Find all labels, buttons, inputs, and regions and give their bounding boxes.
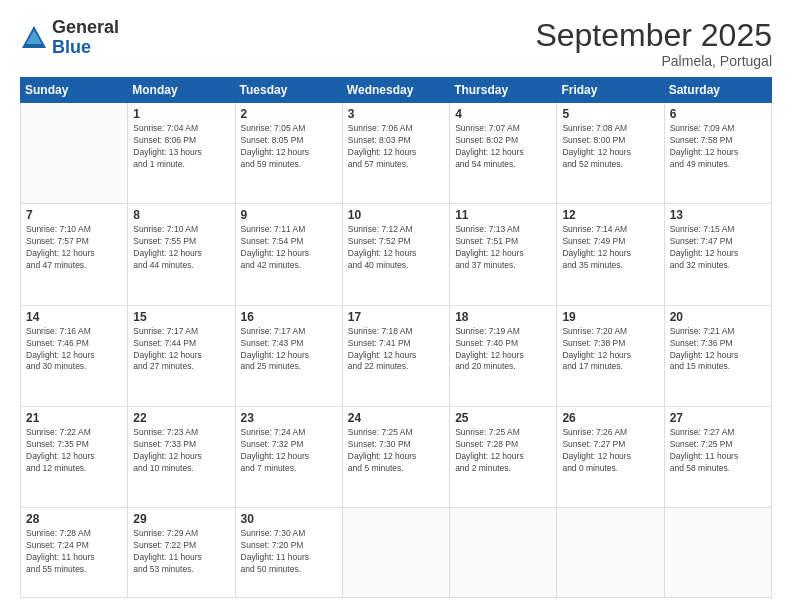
col-tuesday: Tuesday bbox=[235, 78, 342, 103]
day-number: 5 bbox=[562, 107, 658, 121]
table-row: 29Sunrise: 7:29 AM Sunset: 7:22 PM Dayli… bbox=[128, 508, 235, 598]
day-info: Sunrise: 7:23 AM Sunset: 7:33 PM Dayligh… bbox=[133, 427, 229, 475]
day-info: Sunrise: 7:18 AM Sunset: 7:41 PM Dayligh… bbox=[348, 326, 444, 374]
table-row: 23Sunrise: 7:24 AM Sunset: 7:32 PM Dayli… bbox=[235, 407, 342, 508]
table-row: 12Sunrise: 7:14 AM Sunset: 7:49 PM Dayli… bbox=[557, 204, 664, 305]
table-row: 25Sunrise: 7:25 AM Sunset: 7:28 PM Dayli… bbox=[450, 407, 557, 508]
day-info: Sunrise: 7:07 AM Sunset: 8:02 PM Dayligh… bbox=[455, 123, 551, 171]
day-number: 6 bbox=[670, 107, 766, 121]
day-number: 1 bbox=[133, 107, 229, 121]
day-info: Sunrise: 7:19 AM Sunset: 7:40 PM Dayligh… bbox=[455, 326, 551, 374]
day-number: 16 bbox=[241, 310, 337, 324]
day-info: Sunrise: 7:21 AM Sunset: 7:36 PM Dayligh… bbox=[670, 326, 766, 374]
day-info: Sunrise: 7:13 AM Sunset: 7:51 PM Dayligh… bbox=[455, 224, 551, 272]
table-row: 5Sunrise: 7:08 AM Sunset: 8:00 PM Daylig… bbox=[557, 103, 664, 204]
day-number: 26 bbox=[562, 411, 658, 425]
day-info: Sunrise: 7:27 AM Sunset: 7:25 PM Dayligh… bbox=[670, 427, 766, 475]
day-info: Sunrise: 7:29 AM Sunset: 7:22 PM Dayligh… bbox=[133, 528, 229, 576]
day-info: Sunrise: 7:12 AM Sunset: 7:52 PM Dayligh… bbox=[348, 224, 444, 272]
day-number: 9 bbox=[241, 208, 337, 222]
col-sunday: Sunday bbox=[21, 78, 128, 103]
table-row bbox=[21, 103, 128, 204]
day-number: 24 bbox=[348, 411, 444, 425]
title-block: September 2025 Palmela, Portugal bbox=[535, 18, 772, 69]
day-info: Sunrise: 7:10 AM Sunset: 7:55 PM Dayligh… bbox=[133, 224, 229, 272]
day-info: Sunrise: 7:25 AM Sunset: 7:28 PM Dayligh… bbox=[455, 427, 551, 475]
logo: General Blue bbox=[20, 18, 119, 58]
table-row: 28Sunrise: 7:28 AM Sunset: 7:24 PM Dayli… bbox=[21, 508, 128, 598]
table-row bbox=[557, 508, 664, 598]
table-row: 6Sunrise: 7:09 AM Sunset: 7:58 PM Daylig… bbox=[664, 103, 771, 204]
day-info: Sunrise: 7:22 AM Sunset: 7:35 PM Dayligh… bbox=[26, 427, 122, 475]
location: Palmela, Portugal bbox=[535, 53, 772, 69]
day-number: 10 bbox=[348, 208, 444, 222]
day-info: Sunrise: 7:26 AM Sunset: 7:27 PM Dayligh… bbox=[562, 427, 658, 475]
day-number: 18 bbox=[455, 310, 551, 324]
table-row: 21Sunrise: 7:22 AM Sunset: 7:35 PM Dayli… bbox=[21, 407, 128, 508]
logo-general: General bbox=[52, 18, 119, 38]
table-row: 30Sunrise: 7:30 AM Sunset: 7:20 PM Dayli… bbox=[235, 508, 342, 598]
day-info: Sunrise: 7:08 AM Sunset: 8:00 PM Dayligh… bbox=[562, 123, 658, 171]
day-info: Sunrise: 7:16 AM Sunset: 7:46 PM Dayligh… bbox=[26, 326, 122, 374]
table-row: 7Sunrise: 7:10 AM Sunset: 7:57 PM Daylig… bbox=[21, 204, 128, 305]
day-number: 28 bbox=[26, 512, 122, 526]
table-row bbox=[664, 508, 771, 598]
day-info: Sunrise: 7:10 AM Sunset: 7:57 PM Dayligh… bbox=[26, 224, 122, 272]
day-number: 29 bbox=[133, 512, 229, 526]
day-number: 22 bbox=[133, 411, 229, 425]
day-info: Sunrise: 7:04 AM Sunset: 8:06 PM Dayligh… bbox=[133, 123, 229, 171]
logo-text: General Blue bbox=[52, 18, 119, 58]
table-row bbox=[342, 508, 449, 598]
day-number: 15 bbox=[133, 310, 229, 324]
day-info: Sunrise: 7:28 AM Sunset: 7:24 PM Dayligh… bbox=[26, 528, 122, 576]
day-info: Sunrise: 7:24 AM Sunset: 7:32 PM Dayligh… bbox=[241, 427, 337, 475]
day-info: Sunrise: 7:05 AM Sunset: 8:05 PM Dayligh… bbox=[241, 123, 337, 171]
day-number: 4 bbox=[455, 107, 551, 121]
table-row: 4Sunrise: 7:07 AM Sunset: 8:02 PM Daylig… bbox=[450, 103, 557, 204]
page: General Blue September 2025 Palmela, Por… bbox=[0, 0, 792, 612]
day-number: 11 bbox=[455, 208, 551, 222]
table-row: 27Sunrise: 7:27 AM Sunset: 7:25 PM Dayli… bbox=[664, 407, 771, 508]
calendar-table: Sunday Monday Tuesday Wednesday Thursday… bbox=[20, 77, 772, 598]
table-row: 19Sunrise: 7:20 AM Sunset: 7:38 PM Dayli… bbox=[557, 305, 664, 406]
table-row bbox=[450, 508, 557, 598]
day-info: Sunrise: 7:06 AM Sunset: 8:03 PM Dayligh… bbox=[348, 123, 444, 171]
day-number: 23 bbox=[241, 411, 337, 425]
day-number: 8 bbox=[133, 208, 229, 222]
table-row: 14Sunrise: 7:16 AM Sunset: 7:46 PM Dayli… bbox=[21, 305, 128, 406]
table-row: 24Sunrise: 7:25 AM Sunset: 7:30 PM Dayli… bbox=[342, 407, 449, 508]
day-number: 12 bbox=[562, 208, 658, 222]
day-number: 13 bbox=[670, 208, 766, 222]
day-info: Sunrise: 7:20 AM Sunset: 7:38 PM Dayligh… bbox=[562, 326, 658, 374]
table-row: 26Sunrise: 7:26 AM Sunset: 7:27 PM Dayli… bbox=[557, 407, 664, 508]
col-monday: Monday bbox=[128, 78, 235, 103]
table-row: 2Sunrise: 7:05 AM Sunset: 8:05 PM Daylig… bbox=[235, 103, 342, 204]
day-number: 20 bbox=[670, 310, 766, 324]
table-row: 13Sunrise: 7:15 AM Sunset: 7:47 PM Dayli… bbox=[664, 204, 771, 305]
month-title: September 2025 bbox=[535, 18, 772, 53]
day-number: 21 bbox=[26, 411, 122, 425]
day-info: Sunrise: 7:30 AM Sunset: 7:20 PM Dayligh… bbox=[241, 528, 337, 576]
table-row: 9Sunrise: 7:11 AM Sunset: 7:54 PM Daylig… bbox=[235, 204, 342, 305]
table-row: 11Sunrise: 7:13 AM Sunset: 7:51 PM Dayli… bbox=[450, 204, 557, 305]
table-row: 17Sunrise: 7:18 AM Sunset: 7:41 PM Dayli… bbox=[342, 305, 449, 406]
col-thursday: Thursday bbox=[450, 78, 557, 103]
logo-blue: Blue bbox=[52, 38, 119, 58]
day-info: Sunrise: 7:17 AM Sunset: 7:43 PM Dayligh… bbox=[241, 326, 337, 374]
table-row: 16Sunrise: 7:17 AM Sunset: 7:43 PM Dayli… bbox=[235, 305, 342, 406]
day-info: Sunrise: 7:09 AM Sunset: 7:58 PM Dayligh… bbox=[670, 123, 766, 171]
table-row: 3Sunrise: 7:06 AM Sunset: 8:03 PM Daylig… bbox=[342, 103, 449, 204]
col-friday: Friday bbox=[557, 78, 664, 103]
day-info: Sunrise: 7:25 AM Sunset: 7:30 PM Dayligh… bbox=[348, 427, 444, 475]
day-number: 17 bbox=[348, 310, 444, 324]
day-number: 3 bbox=[348, 107, 444, 121]
day-number: 25 bbox=[455, 411, 551, 425]
logo-icon bbox=[20, 24, 48, 52]
day-number: 30 bbox=[241, 512, 337, 526]
day-number: 14 bbox=[26, 310, 122, 324]
col-saturday: Saturday bbox=[664, 78, 771, 103]
table-row: 22Sunrise: 7:23 AM Sunset: 7:33 PM Dayli… bbox=[128, 407, 235, 508]
day-info: Sunrise: 7:14 AM Sunset: 7:49 PM Dayligh… bbox=[562, 224, 658, 272]
day-info: Sunrise: 7:15 AM Sunset: 7:47 PM Dayligh… bbox=[670, 224, 766, 272]
table-row: 15Sunrise: 7:17 AM Sunset: 7:44 PM Dayli… bbox=[128, 305, 235, 406]
